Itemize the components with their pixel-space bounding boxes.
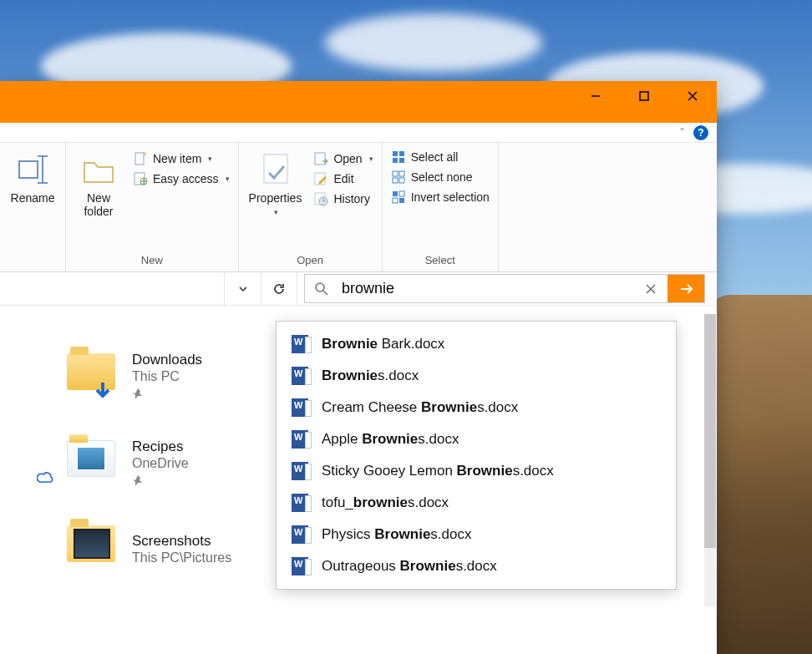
edit-button[interactable]: Edit — [313, 171, 373, 186]
help-icon[interactable]: ? — [693, 125, 708, 140]
suggestion-text: Brownies.docx — [322, 368, 419, 384]
svg-rect-8 — [135, 153, 144, 165]
svg-rect-22 — [393, 178, 398, 183]
svg-rect-18 — [393, 158, 398, 163]
folder-icon — [67, 525, 117, 572]
suggestion-text: Brownie Bark.docx — [322, 336, 444, 352]
suggestion-item[interactable]: Brownie Bark.docx — [277, 328, 676, 360]
close-button[interactable] — [668, 81, 717, 111]
ribbon-group-select: Select all Select none Invert selection … — [383, 143, 499, 271]
history-icon — [313, 191, 328, 206]
word-doc-icon — [292, 557, 308, 575]
suggestion-item[interactable]: Outrageous Brownies.docx — [277, 550, 676, 582]
search-submit-button[interactable] — [667, 275, 704, 302]
folder-name: Screenshots — [132, 533, 231, 550]
address-dropdown-button[interactable] — [224, 272, 261, 305]
cloud-status-icon — [37, 471, 55, 487]
invert-selection-icon — [391, 190, 406, 205]
invert-selection-button[interactable]: Invert selection — [391, 190, 490, 205]
collapse-ribbon-icon[interactable]: ˄ — [679, 126, 685, 139]
suggestion-text: tofu_brownies.docx — [322, 494, 449, 511]
folder-item[interactable]: DownloadsThis PC — [67, 352, 231, 402]
svg-rect-9 — [134, 173, 145, 185]
ribbon-group-open: Properties ▾ Open▾ Edit — [239, 143, 383, 271]
address-bar — [0, 272, 717, 306]
svg-rect-21 — [399, 171, 404, 176]
svg-rect-23 — [399, 178, 404, 183]
suggestion-text: Apple Brownies.docx — [322, 431, 459, 448]
suggestion-text: Outrageous Brownies.docx — [322, 558, 497, 575]
properties-icon — [257, 151, 294, 188]
search-box — [304, 274, 705, 303]
suggestion-text: Sticky Gooey Lemon Brownies.docx — [322, 463, 554, 479]
svg-rect-27 — [399, 198, 404, 203]
easy-access-button[interactable]: Easy access▾ — [133, 171, 230, 186]
word-doc-icon — [292, 430, 308, 449]
new-item-button[interactable]: New item▾ — [133, 151, 230, 166]
select-all-icon — [391, 150, 406, 165]
word-doc-icon — [292, 335, 308, 353]
folder-name: Recipes — [132, 439, 189, 455]
refresh-button[interactable] — [261, 272, 297, 305]
dropdown-icon: ▾ — [369, 155, 373, 163]
svg-rect-24 — [393, 191, 398, 196]
search-input[interactable] — [338, 275, 634, 302]
svg-rect-19 — [399, 158, 404, 163]
open-button[interactable]: Open▾ — [313, 151, 373, 166]
svg-rect-26 — [393, 198, 398, 203]
clear-search-button[interactable] — [634, 275, 667, 302]
svg-line-29 — [323, 291, 327, 295]
select-none-button[interactable]: Select none — [391, 170, 490, 185]
folder-item[interactable]: RecipesOneDrive — [67, 439, 231, 489]
scrollbar[interactable] — [704, 314, 716, 606]
new-folder-button[interactable]: New folder — [71, 148, 126, 221]
maximize-button[interactable] — [620, 81, 668, 111]
svg-rect-12 — [315, 153, 325, 165]
dropdown-icon: ▾ — [274, 208, 278, 216]
titlebar — [0, 81, 717, 123]
svg-point-28 — [316, 283, 324, 292]
dropdown-icon: ▾ — [208, 155, 212, 163]
suggestion-item[interactable]: Cream Cheese Brownies.docx — [277, 392, 676, 423]
word-doc-icon — [292, 462, 308, 480]
folder-icon — [80, 151, 117, 188]
new-item-icon — [133, 151, 148, 166]
folder-item[interactable]: ScreenshotsThis PC\Pictures — [67, 525, 231, 572]
ribbon: Rename New folder New — [0, 143, 717, 272]
pin-icon — [132, 388, 202, 402]
folder-icon — [67, 353, 117, 400]
open-icon — [313, 151, 328, 166]
history-button[interactable]: History — [313, 191, 373, 206]
suggestion-item[interactable]: Sticky Gooey Lemon Brownies.docx — [277, 455, 676, 487]
word-doc-icon — [292, 525, 308, 544]
svg-rect-16 — [393, 151, 398, 156]
svg-rect-1 — [640, 92, 648, 100]
pin-icon — [132, 474, 189, 489]
search-suggestions: Brownie Bark.docxBrownies.docxCream Chee… — [276, 321, 677, 590]
folder-location: OneDrive — [132, 456, 189, 471]
word-doc-icon — [292, 398, 308, 417]
rename-button[interactable]: Rename — [5, 148, 60, 208]
select-none-icon — [391, 170, 406, 185]
ribbon-group-new: New folder New item▾ Easy access▾ — [66, 143, 239, 271]
suggestion-text: Physics Brownies.docx — [322, 526, 472, 543]
svg-rect-17 — [399, 151, 404, 156]
search-icon — [305, 275, 338, 302]
rename-icon — [14, 151, 51, 188]
folder-name: Downloads — [132, 352, 202, 368]
svg-rect-25 — [399, 191, 404, 196]
select-all-button[interactable]: Select all — [391, 150, 490, 165]
folder-icon — [67, 440, 117, 487]
minimize-button[interactable] — [571, 81, 620, 111]
suggestion-item[interactable]: tofu_brownies.docx — [277, 487, 676, 519]
properties-button[interactable]: Properties ▾ — [244, 148, 307, 220]
folder-location: This PC\Pictures — [132, 550, 231, 565]
word-doc-icon — [292, 494, 308, 512]
ribbon-header: ˄ ? — [0, 123, 717, 143]
suggestion-item[interactable]: Apple Brownies.docx — [277, 423, 676, 455]
svg-rect-20 — [393, 171, 398, 176]
suggestion-item[interactable]: Physics Brownies.docx — [277, 519, 676, 550]
folder-location: This PC — [132, 369, 202, 384]
suggestion-item[interactable]: Brownies.docx — [277, 360, 676, 392]
word-doc-icon — [292, 367, 308, 385]
